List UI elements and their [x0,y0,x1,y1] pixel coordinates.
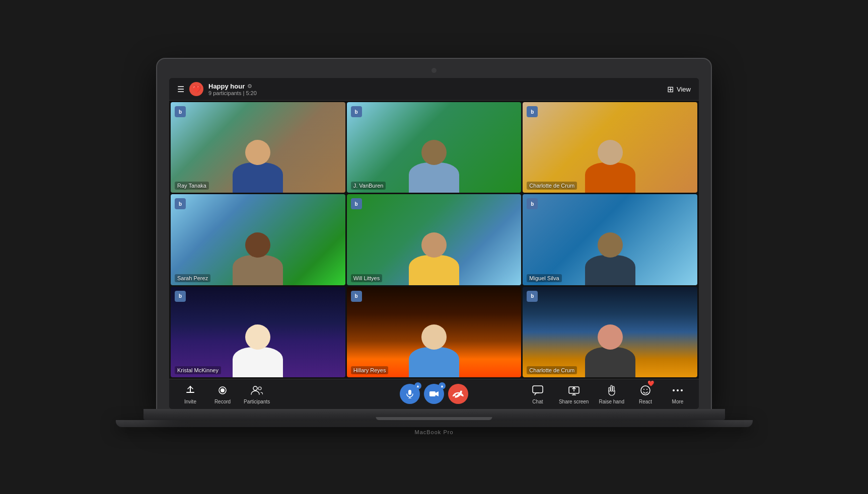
hamburger-icon[interactable]: ☰ [177,85,184,94]
svg-point-3 [221,388,225,392]
video-tile-5: b Will Littyes [347,194,522,285]
person-body-9 [585,347,635,377]
more-label: More [672,399,684,404]
person-head-2 [421,140,447,165]
invite-button[interactable]: Invite [179,383,201,404]
react-icon: ❤️ [638,383,653,397]
mic-expand-icon[interactable]: ▲ [414,382,421,389]
participant-name-8: Hillary Reyes [351,366,389,374]
cam-expand-icon[interactable]: ▲ [439,382,446,389]
bing-badge-3: b [527,106,538,117]
participant-name-3: Charlotte de Crum [527,182,577,190]
share-screen-button[interactable]: Share screen [559,383,589,404]
svg-point-22 [646,389,647,390]
person-head-4 [245,232,270,258]
person-head-7 [245,324,270,350]
share-screen-icon [567,383,581,397]
person-head-5 [421,232,447,258]
share-screen-label: Share screen [559,399,589,404]
chat-button[interactable]: Chat [527,383,549,404]
svg-point-4 [253,386,257,390]
laptop-wrapper: ☰ ❤️ Happy hour ⚙ 9 participants | 5:20 [157,59,711,435]
raise-hand-label: Raise hand [599,399,624,404]
bing-badge-9: b [527,291,538,302]
end-call-button[interactable] [448,384,468,404]
video-tile-1: b Ray Tanaka [171,102,345,193]
react-button[interactable]: ❤️ React [634,383,657,404]
person-body-2 [409,162,459,193]
figure-miguel [585,232,635,285]
person-body-1 [233,162,283,193]
svg-point-24 [677,389,679,391]
person-head-6 [598,232,623,258]
meeting-header: ☰ ❤️ Happy hour ⚙ 9 participants | 5:20 [169,78,699,101]
record-button[interactable]: Record [211,383,234,404]
macbook-label: MacBook Pro [414,429,453,435]
svg-point-25 [681,389,683,391]
record-icon [215,383,230,397]
view-button[interactable]: ⊞ View [667,85,691,94]
video-tile-3: b Charlotte de Crum [523,102,697,193]
bing-badge-4: b [175,198,186,209]
person-head-8 [421,324,447,350]
figure-sarah [233,232,283,285]
svg-rect-18 [613,386,614,391]
person-body-4 [233,255,283,285]
person-body-8 [409,347,459,377]
svg-rect-12 [533,386,543,393]
svg-point-23 [673,389,675,391]
figure-vanburen [409,140,459,193]
video-tile-7: b Kristal McKinney [171,287,345,377]
person-head-9 [598,324,623,350]
participant-name-1: Ray Tanaka [175,182,209,190]
svg-point-5 [258,387,261,390]
svg-rect-6 [408,390,411,395]
video-tile-4: b Sarah Perez [171,194,345,285]
more-button[interactable]: More [667,383,689,404]
person-head-3 [598,140,623,165]
invite-label: Invite [184,399,196,404]
svg-point-21 [643,389,644,390]
participant-name-6: Miguel Silva [527,274,561,282]
bing-badge-8: b [351,291,362,302]
participants-icon [250,383,264,397]
raise-hand-icon [605,383,619,397]
bing-badge-7: b [175,291,186,302]
meeting-info: Happy hour ⚙ 9 participants | 5:20 [208,83,257,96]
video-tile-6: b Miguel Silva [523,194,697,285]
figure-charlotte2 [585,324,635,377]
video-tile-9: b Charlotte de Crum [523,287,697,377]
laptop-screen-outer: ☰ ❤️ Happy hour ⚙ 9 participants | 5:20 [157,59,711,409]
bing-badge-2: b [351,106,362,117]
svg-rect-9 [429,391,436,396]
svg-point-11 [461,394,463,396]
laptop-bottom [116,420,753,427]
svg-rect-17 [611,385,612,391]
bing-badge-1: b [175,106,186,117]
participant-name-2: J. VanBuren [351,182,386,190]
toolbar-center: ▲ ▲ [400,384,468,404]
participants-button[interactable]: Participants [244,383,270,404]
toolbar: Invite Record [169,379,699,409]
video-tile-2: b J. VanBuren [347,102,522,193]
record-label: Record [214,399,231,404]
grid-view-icon: ⊞ [667,85,674,94]
video-grid: b Ray Tanaka b J. VanBuren [169,101,699,379]
person-body-6 [585,255,635,285]
toolbar-right: Chat Share screen [527,383,689,404]
person-body-5 [409,255,459,285]
more-icon [671,383,685,397]
svg-point-20 [641,386,650,395]
meeting-name: Happy hour [208,83,245,90]
raise-hand-button[interactable]: Raise hand [599,383,624,404]
settings-icon[interactable]: ⚙ [247,83,252,90]
laptop-screen: ☰ ❤️ Happy hour ⚙ 9 participants | 5:20 [169,78,699,409]
video-tile-8: b Hillary Reyes [347,287,522,377]
participant-name-4: Sarah Perez [175,274,210,282]
person-head-1 [245,140,270,165]
meeting-meta: 9 participants | 5:20 [208,90,257,96]
bing-badge-6: b [527,198,538,209]
react-emoji: ❤️ [647,380,655,387]
participant-name-7: Kristal McKinney [175,366,221,374]
figure-ray [233,140,283,193]
